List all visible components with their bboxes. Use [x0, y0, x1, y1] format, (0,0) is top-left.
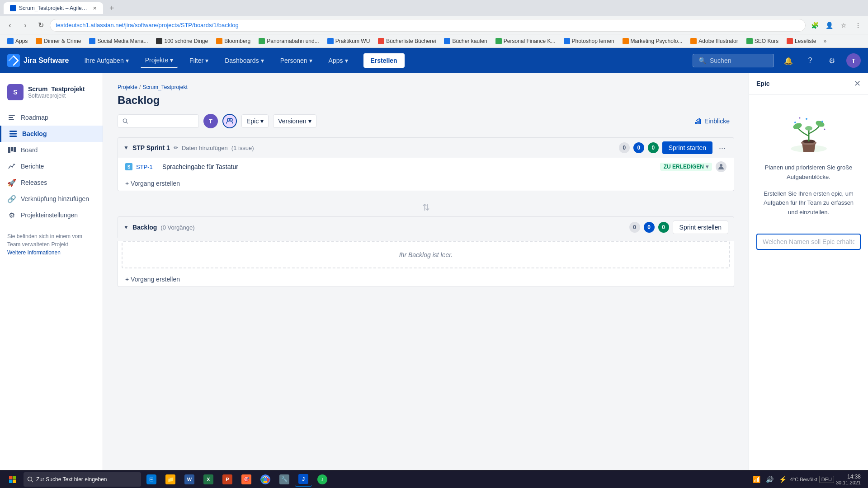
nav-filter[interactable]: Filter ▾ [185, 53, 213, 68]
bookmark-social[interactable]: Social Media Mana... [85, 37, 151, 46]
battery-icon[interactable]: ⚡ [777, 474, 788, 485]
taskbar-explorer[interactable]: 📁 [162, 472, 179, 487]
bookmark-bucher-kaufen[interactable]: Bücher kaufen [440, 37, 491, 46]
taskbar-powerpoint[interactable]: P [219, 472, 236, 487]
help-button[interactable]: ? [803, 53, 817, 68]
issue-key[interactable]: STP-1 [136, 164, 159, 170]
nav-apps[interactable]: Apps ▾ [324, 53, 353, 68]
bookmark-label: Apps [15, 38, 28, 44]
taskbar-jira[interactable]: J [295, 472, 312, 487]
taskbar-search[interactable]: Zur Suche Text hier eingeben [24, 472, 141, 487]
taskbar-word[interactable]: W [181, 472, 198, 487]
svg-line-35 [32, 480, 33, 482]
jira-logo[interactable]: Jira Software [7, 54, 69, 67]
bookmark-dinner[interactable]: Dinner & Crime [32, 37, 85, 46]
status-dropdown-icon[interactable]: ▾ [706, 164, 708, 170]
taskbar-spotify[interactable]: ♪ [314, 472, 331, 487]
taskbar-app-3[interactable]: 🔧 [276, 472, 293, 487]
svg-rect-1 [9, 115, 15, 116]
add-issue-button-sprint[interactable]: + Vorgang erstellen [118, 176, 734, 191]
footer-link[interactable]: Weitere Informationen [7, 249, 61, 256]
start-button[interactable] [4, 472, 22, 487]
sidebar-item-releases[interactable]: 🚀 Releases [0, 174, 103, 191]
back-button[interactable]: ‹ [4, 19, 16, 32]
nav-projekte[interactable]: Projekte ▾ [141, 53, 178, 68]
group-filter-avatar[interactable] [222, 114, 237, 128]
footer-text: Sie befinden sich in einem vom Team verw… [7, 233, 82, 248]
extensions-button[interactable]: 🧩 [808, 19, 821, 32]
bookmark-adobe[interactable]: Adobe Illustrator [687, 37, 741, 46]
taskbar-app-1[interactable]: 🎯 [238, 472, 255, 487]
backlog-header[interactable]: ▼ Backlog (0 Vorgänge) 0 0 0 Sprint erst… [118, 216, 734, 238]
network-icon[interactable]: 📶 [751, 474, 762, 485]
weather-info: 4°C Bewölkt [790, 477, 817, 482]
search-icon [123, 118, 128, 124]
sprint-edit-icon[interactable]: ✏ [174, 145, 178, 151]
taskbar-chrome[interactable] [257, 472, 274, 487]
taskbar-task-view[interactable]: ⊟ [143, 472, 160, 487]
nav-ihre-aufgaben[interactable]: Ihre Aufgaben ▾ [80, 53, 133, 68]
epic-panel-close-button[interactable]: ✕ [854, 79, 861, 89]
einblicke-button[interactable]: Einblicke [690, 115, 734, 127]
dropdown-icon: ▾ [126, 57, 129, 64]
active-tab[interactable]: Scrum_Testprojekt – Agile-Board... ✕ [4, 2, 103, 14]
settings-button[interactable]: ⚙ [825, 53, 839, 68]
bookmark-seo[interactable]: SEO Kurs [743, 37, 782, 46]
breadcrumb-projekte[interactable]: Projekte [118, 84, 137, 90]
svg-rect-14 [695, 122, 697, 124]
user-filter-avatar[interactable]: T [203, 114, 218, 128]
issue-status-badge[interactable]: ZU ERLEDIGEN ▾ [660, 163, 712, 171]
language-indicator[interactable]: DEU [819, 476, 834, 483]
notifications-button[interactable]: 🔔 [781, 53, 796, 68]
add-issue-button-backlog[interactable]: + Vorgang erstellen [118, 272, 734, 286]
new-tab-button[interactable]: + [107, 3, 117, 14]
bookmark-marketing[interactable]: Marketing Psycholo... [619, 37, 686, 46]
bookmark-button[interactable]: ☆ [837, 19, 850, 32]
create-button[interactable]: Erstellen [363, 53, 405, 68]
issue-assignee-avatar[interactable] [716, 161, 726, 172]
taskbar-datetime[interactable]: 14:38 30.11.2021 [836, 474, 861, 485]
sprint-header[interactable]: ▼ STP Sprint 1 ✏ Daten hinzufügen (1 iss… [118, 137, 734, 158]
bookmark-leseliste[interactable]: Leseliste [783, 37, 820, 46]
bookmark-photoshop[interactable]: Photoshop lernen [560, 37, 618, 46]
versionen-filter-button[interactable]: Versionen ▾ [273, 114, 316, 128]
profile-button[interactable]: 👤 [823, 19, 835, 32]
taskbar-excel[interactable]: X [200, 472, 217, 487]
sidebar-item-board[interactable]: Board [0, 142, 103, 158]
sprint-create-button[interactable]: Sprint erstellen [673, 221, 728, 234]
sidebar-item-add-link[interactable]: 🔗 Verknüpfung hinzufügen [0, 191, 103, 207]
address-bar[interactable] [50, 19, 806, 32]
epic-name-input[interactable]: Welchen Namen soll Epic erhalten? [756, 234, 861, 250]
reload-button[interactable]: ↻ [34, 19, 47, 32]
bookmark-icon [444, 38, 450, 44]
forward-button[interactable]: › [19, 19, 32, 32]
nav-dashboards[interactable]: Dashboards ▾ [220, 53, 269, 68]
sidebar-item-backlog[interactable]: Backlog [0, 126, 103, 142]
bookmark-panorama[interactable]: Panoramabahn und... [255, 37, 322, 46]
bookmark-bloomberg[interactable]: Bloomberg [212, 37, 254, 46]
sprint-meta-link[interactable]: Daten hinzufügen [182, 145, 228, 151]
bookmark-icon [156, 38, 162, 44]
bookmark-finance[interactable]: Personal Finance K... [492, 37, 559, 46]
sidebar-item-roadmap[interactable]: Roadmap [0, 109, 103, 126]
sound-icon[interactable]: 🔊 [764, 474, 775, 485]
sprint-more-button[interactable]: ··· [716, 142, 728, 154]
breadcrumb-project[interactable]: Scrum_Testprojekt [142, 84, 187, 90]
user-avatar-button[interactable]: T [846, 53, 861, 68]
sprint-issue-row[interactable]: S STP-1 Spracheingabe für Tastatur ZU ER… [118, 158, 734, 176]
bookmark-praktikum[interactable]: Praktikum WU [324, 37, 374, 46]
bookmark-100[interactable]: 100 schöne Dinge [152, 37, 212, 46]
global-search[interactable]: 🔍 Suchen [693, 54, 774, 67]
sprint-start-button[interactable]: Sprint starten [662, 141, 712, 154]
search-input[interactable] [131, 117, 194, 125]
epic-filter-button[interactable]: Epic ▾ [241, 114, 269, 128]
sidebar-item-berichte[interactable]: Berichte [0, 158, 103, 174]
sidebar-item-settings[interactable]: ⚙ Projekteinstellungen [0, 207, 103, 223]
menu-button[interactable]: ⋮ [852, 19, 864, 32]
bookmarks-more-button[interactable]: » [821, 37, 829, 46]
nav-personen[interactable]: Personen ▾ [276, 53, 317, 68]
bookmark-apps[interactable]: Apps [4, 37, 31, 46]
search-box[interactable] [118, 114, 199, 128]
tab-close-button[interactable]: ✕ [93, 5, 97, 11]
bookmark-bucher-liste[interactable]: Bücherliste Bücherei [374, 37, 439, 46]
